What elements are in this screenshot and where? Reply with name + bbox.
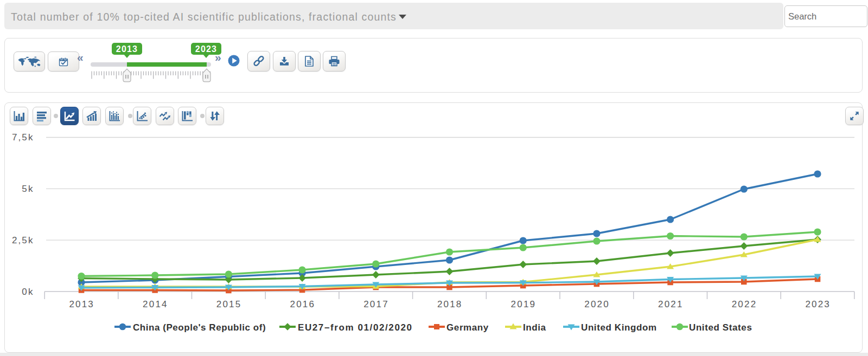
svg-text:7,5k: 7,5k bbox=[12, 132, 34, 143]
svg-text:2019: 2019 bbox=[511, 299, 537, 309]
svg-text:2020: 2020 bbox=[584, 299, 610, 309]
svg-text:China (People's Republic of): China (People's Republic of) bbox=[133, 322, 266, 333]
svg-text:2022: 2022 bbox=[732, 299, 757, 309]
svg-text:United States: United States bbox=[689, 322, 752, 333]
svg-text:India: India bbox=[523, 322, 546, 333]
svg-text:United Kingdom: United Kingdom bbox=[581, 322, 657, 333]
svg-text:2017: 2017 bbox=[363, 299, 389, 309]
svg-text:2016: 2016 bbox=[290, 299, 315, 309]
svg-text:2018: 2018 bbox=[437, 299, 463, 309]
svg-text:2015: 2015 bbox=[216, 299, 242, 309]
svg-text:2021: 2021 bbox=[658, 299, 684, 309]
svg-text:2023: 2023 bbox=[805, 299, 831, 309]
svg-text:2,5k: 2,5k bbox=[12, 235, 34, 245]
svg-text:0k: 0k bbox=[22, 287, 34, 297]
svg-text:2013: 2013 bbox=[69, 299, 94, 309]
svg-text:5k: 5k bbox=[22, 184, 34, 194]
svg-text:2014: 2014 bbox=[143, 299, 168, 309]
svg-text:EU27–from 01/02/2020: EU27–from 01/02/2020 bbox=[298, 322, 413, 333]
svg-text:Germany: Germany bbox=[446, 322, 489, 333]
